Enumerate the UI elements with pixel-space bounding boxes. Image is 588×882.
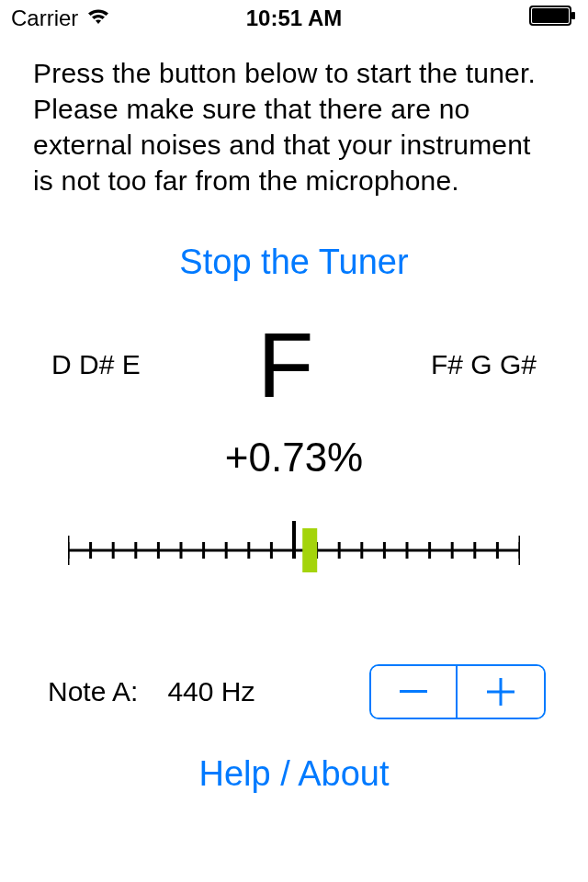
notes-left: D D# E (51, 349, 141, 380)
svg-rect-2 (571, 12, 575, 19)
note-current: F (257, 319, 313, 411)
minus-icon (400, 690, 427, 694)
reference-label: Note A: (48, 676, 138, 707)
pitch-offset: +0.73% (33, 435, 555, 481)
stop-tuner-button[interactable]: Stop the Tuner (33, 243, 555, 282)
svg-rect-28 (400, 690, 427, 693)
notes-right: F# G G# (431, 349, 537, 380)
status-time: 10:51 AM (246, 6, 342, 31)
instructions-text: Press the button below to start the tune… (33, 55, 555, 198)
plus-icon (487, 678, 514, 706)
help-about-button[interactable]: Help / About (33, 754, 555, 794)
carrier-label: Carrier (11, 6, 78, 31)
reference-value: 440 Hz (167, 676, 254, 707)
reference-row: Note A: 440 Hz (33, 664, 555, 719)
battery-icon (529, 6, 577, 31)
status-bar: Carrier 10:51 AM (0, 0, 588, 37)
svg-rect-1 (532, 8, 569, 23)
tuning-indicator (302, 528, 317, 572)
stepper-minus-button[interactable] (371, 666, 458, 718)
stepper-plus-button[interactable] (458, 666, 544, 718)
tuning-scale (68, 517, 520, 572)
wifi-icon (85, 6, 111, 31)
note-display: D D# E F F# G G# (33, 319, 555, 411)
svg-rect-30 (500, 678, 503, 706)
reference-stepper (369, 664, 546, 719)
